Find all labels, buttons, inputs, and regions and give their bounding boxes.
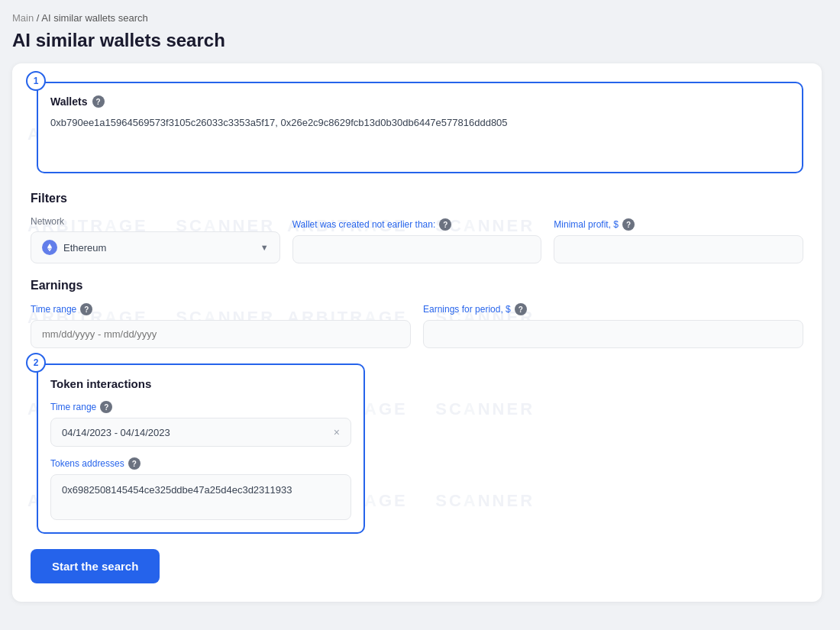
token-interactions-title: Token interactions	[50, 377, 351, 390]
earnings-title: Earnings	[31, 279, 803, 292]
earnings-time-range-label: Time range ?	[31, 303, 411, 315]
token-interactions-section: 2 Token interactions Time range ? 04/14/…	[37, 363, 803, 534]
earnings-time-range-input[interactable]	[31, 320, 411, 348]
token-date-range-value: 04/14/2023 - 04/14/2023	[62, 427, 170, 438]
wallet-addresses: 0xb790ee1a15964569573f3105c26033c3353a5f…	[50, 115, 790, 131]
minimal-profit-field: Minimal profit, $ ?	[554, 218, 803, 263]
token-interactions-box: Token interactions Time range ? 04/14/20…	[37, 363, 365, 534]
minimal-profit-help-icon[interactable]: ?	[622, 218, 635, 231]
token-time-range-label: Time range ?	[50, 401, 351, 413]
earnings-time-range-field: Time range ?	[31, 303, 411, 348]
breadcrumb-main[interactable]: Main	[12, 12, 34, 24]
tokens-addresses-value[interactable]: 0x6982508145454ce325ddbe47a25d4ec3d23119…	[50, 474, 351, 520]
network-label: Network	[31, 216, 280, 227]
page-title: AI similar wallets search	[12, 30, 828, 51]
token-time-range-field: Time range ? 04/14/2023 - 04/14/2023 ×	[50, 401, 351, 447]
filters-grid: Network Ethereum ▼	[31, 216, 803, 263]
wallet-created-help-icon[interactable]: ?	[439, 218, 451, 231]
earnings-section: Earnings Time range ? Earnings for perio…	[31, 279, 803, 348]
earnings-time-help-icon[interactable]: ?	[80, 303, 92, 315]
start-search-button[interactable]: Start the search	[31, 549, 160, 583]
network-field: Network Ethereum ▼	[31, 216, 280, 263]
minimal-profit-label: Minimal profit, $ ?	[554, 218, 803, 231]
minimal-profit-input[interactable]	[554, 235, 803, 263]
breadcrumb-current: AI similar wallets search	[41, 12, 147, 24]
wallet-created-label: Wallet was created not earlier than: ?	[292, 218, 542, 231]
wallet-created-input[interactable]	[292, 235, 542, 263]
token-time-help-icon[interactable]: ?	[100, 401, 112, 413]
wallet-created-field: Wallet was created not earlier than: ?	[292, 218, 542, 263]
wallets-box: Wallets ? 0xb790ee1a15964569573f3105c260…	[37, 82, 803, 173]
section-badge-2: 2	[26, 353, 46, 373]
section-badge-1: 1	[26, 71, 46, 91]
ethereum-icon	[42, 240, 57, 255]
token-date-range-input[interactable]: 04/14/2023 - 04/14/2023 ×	[50, 418, 351, 447]
earnings-period-help-icon[interactable]: ?	[515, 303, 527, 315]
tokens-addresses-label: Tokens addresses ?	[50, 457, 351, 470]
filters-section: Filters Network Ethereum	[31, 192, 803, 263]
wallets-help-icon[interactable]: ?	[92, 95, 105, 108]
tokens-addresses-field: Tokens addresses ? 0x6982508145454ce325d…	[50, 457, 351, 520]
tokens-addresses-help-icon[interactable]: ?	[128, 457, 141, 470]
earnings-grid: Time range ? Earnings for period, $ ?	[31, 303, 803, 348]
chevron-down-icon: ▼	[260, 243, 269, 252]
wallets-label: Wallets ?	[50, 95, 790, 108]
wallets-section: 1 Wallets ? 0xb790ee1a15964569573f3105c2…	[37, 82, 803, 173]
main-card: ARBITRAGE SCANNER ARBITRAGE SCANNER ARBI…	[12, 63, 822, 602]
filters-title: Filters	[31, 192, 803, 205]
earnings-period-input[interactable]	[423, 320, 803, 348]
breadcrumb: Main / AI similar wallets search	[12, 12, 828, 24]
network-select[interactable]: Ethereum ▼	[31, 231, 280, 263]
network-value: Ethereum	[63, 242, 106, 254]
earnings-period-field: Earnings for period, $ ?	[423, 303, 803, 348]
earnings-period-label: Earnings for period, $ ?	[423, 303, 803, 315]
clear-date-button[interactable]: ×	[334, 426, 340, 438]
